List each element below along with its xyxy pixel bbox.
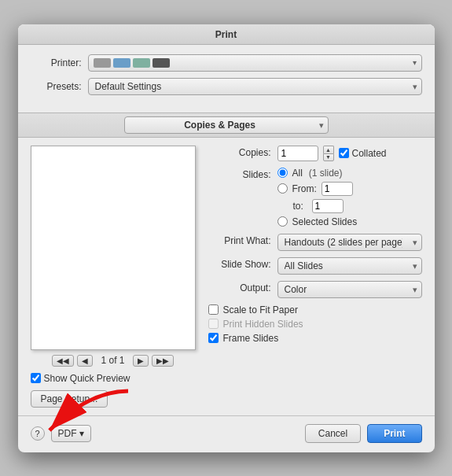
slides-content: All (1 slide) From: to: <box>277 168 422 227</box>
page-info: 1 of 1 <box>101 355 124 366</box>
slide-show-row: Slide Show: All Slides Current Slide Cus… <box>208 257 422 275</box>
printer-selector[interactable]: ▾ <box>88 54 422 72</box>
printer-swatches <box>94 58 410 68</box>
slide-count: (1 slide) <box>309 168 343 179</box>
slide-show-content: All Slides Current Slide Custom Range <box>277 257 422 275</box>
bottom-bar: ? PDF ▾ Cancel Print <box>18 415 435 452</box>
scale-to-fit-row: Scale to Fit Paper <box>208 304 422 315</box>
frame-slides-checkbox[interactable] <box>208 333 219 343</box>
pdf-button[interactable]: PDF ▾ <box>51 425 91 442</box>
all-slides-row: All (1 slide) <box>277 168 422 179</box>
print-hidden-checkbox[interactable] <box>208 319 219 329</box>
slide-show-label: Slide Show: <box>208 257 271 270</box>
copies-content: ▲ ▼ Collated <box>277 146 422 161</box>
selected-slides-label: Selected Slides <box>292 216 358 227</box>
slide-show-select[interactable]: All Slides Current Slide Custom Range <box>277 257 422 275</box>
output-select-wrapper: Color Grayscale Black & White <box>277 281 422 298</box>
pdf-label: PDF <box>58 428 77 439</box>
output-row: Output: Color Grayscale Black & White <box>208 281 422 298</box>
selected-slides-radio[interactable] <box>277 216 288 227</box>
options-pane: Copies: ▲ ▼ Collated <box>208 146 422 408</box>
print-what-select[interactable]: Handouts (2 slides per page) Slides Note… <box>277 234 422 251</box>
preview-box <box>31 146 196 350</box>
presets-select[interactable]: Default Settings Last Used Settings <box>88 78 422 95</box>
frame-slides-label: Frame Slides <box>223 333 279 344</box>
swatch-gray <box>94 58 111 68</box>
checkbox-section: Scale to Fit Paper Print Hidden Slides F… <box>208 304 422 344</box>
all-slides-radio[interactable] <box>277 168 288 178</box>
help-button[interactable]: ? <box>31 426 45 441</box>
cancel-button[interactable]: Cancel <box>305 424 361 443</box>
to-input[interactable] <box>312 199 344 213</box>
from-slides-radio[interactable] <box>277 183 288 194</box>
section-select[interactable]: Copies & Pages Layout Color Matching Pap… <box>124 116 329 134</box>
from-label: From: <box>292 183 317 194</box>
quick-preview-text: Show Quick Preview <box>44 373 130 384</box>
swatch-blue <box>113 58 130 68</box>
copies-up-button[interactable]: ▲ <box>323 146 334 153</box>
output-label: Output: <box>208 281 271 293</box>
selected-slides-row: Selected Slides <box>277 216 422 227</box>
all-label: All <box>292 168 303 179</box>
preview-nav: ◀◀ ◀ 1 of 1 ▶ ▶▶ <box>31 355 196 367</box>
collated-text: Collated <box>352 148 387 159</box>
slides-row: Slides: All (1 slide) From: <box>208 168 422 227</box>
slides-radio-group: All (1 slide) From: to: <box>277 168 422 227</box>
collated-label[interactable]: Collated <box>339 148 387 159</box>
printer-label: Printer: <box>31 57 82 68</box>
show-quick-preview-checkbox[interactable] <box>31 373 41 383</box>
quick-preview-row: Show Quick Preview <box>31 373 196 384</box>
print-hidden-label: Print Hidden Slides <box>223 319 303 330</box>
copies-stepper: ▲ ▼ <box>323 146 334 161</box>
from-input[interactable] <box>322 182 353 196</box>
last-page-button[interactable]: ▶▶ <box>152 355 174 367</box>
print-what-label: Print What: <box>208 234 271 246</box>
dialog-title: Print <box>18 24 435 45</box>
output-select[interactable]: Color Grayscale Black & White <box>277 281 422 298</box>
collated-checkbox[interactable] <box>339 148 349 158</box>
presets-label: Presets: <box>31 81 82 92</box>
preview-pane: ◀◀ ◀ 1 of 1 ▶ ▶▶ Show Quick Preview Page… <box>31 146 196 408</box>
swatch-dark <box>153 58 170 68</box>
swatch-teal <box>133 58 150 68</box>
print-hidden-row: Print Hidden Slides <box>208 319 422 330</box>
show-quick-preview-label[interactable]: Show Quick Preview <box>31 373 130 384</box>
first-page-button[interactable]: ◀◀ <box>52 355 74 367</box>
scale-to-fit-label: Scale to Fit Paper <box>223 304 298 315</box>
to-label: to: <box>293 201 309 212</box>
page-setup-wrapper: Page Setup... <box>31 384 196 408</box>
copies-down-button[interactable]: ▼ <box>323 153 334 161</box>
copies-input[interactable] <box>277 146 318 161</box>
printer-arrow: ▾ <box>413 58 417 67</box>
next-page-button[interactable]: ▶ <box>133 355 149 367</box>
from-slides-row: From: <box>277 182 422 196</box>
pdf-arrow-icon: ▾ <box>79 428 84 439</box>
section-bar: Copies & Pages Layout Color Matching Pap… <box>18 113 435 138</box>
to-slides-row: to: <box>277 199 422 213</box>
output-content: Color Grayscale Black & White <box>277 281 422 298</box>
print-what-content: Handouts (2 slides per page) Slides Note… <box>277 234 422 251</box>
presets-select-wrapper: Default Settings Last Used Settings <box>88 78 422 95</box>
print-what-row: Print What: Handouts (2 slides per page)… <box>208 234 422 251</box>
page-setup-button[interactable]: Page Setup... <box>31 390 108 408</box>
slide-show-select-wrapper: All Slides Current Slide Custom Range <box>277 257 422 275</box>
slides-label: Slides: <box>208 168 271 180</box>
title-text: Print <box>215 29 237 40</box>
section-select-wrapper: Copies & Pages Layout Color Matching Pap… <box>124 116 329 134</box>
print-what-select-wrapper: Handouts (2 slides per page) Slides Note… <box>277 234 422 251</box>
print-button[interactable]: Print <box>367 424 421 443</box>
copies-row: Copies: ▲ ▼ Collated <box>208 146 422 161</box>
copies-label: Copies: <box>208 146 271 158</box>
scale-to-fit-checkbox[interactable] <box>208 304 219 315</box>
prev-page-button[interactable]: ◀ <box>77 355 93 367</box>
frame-slides-row: Frame Slides <box>208 333 422 344</box>
